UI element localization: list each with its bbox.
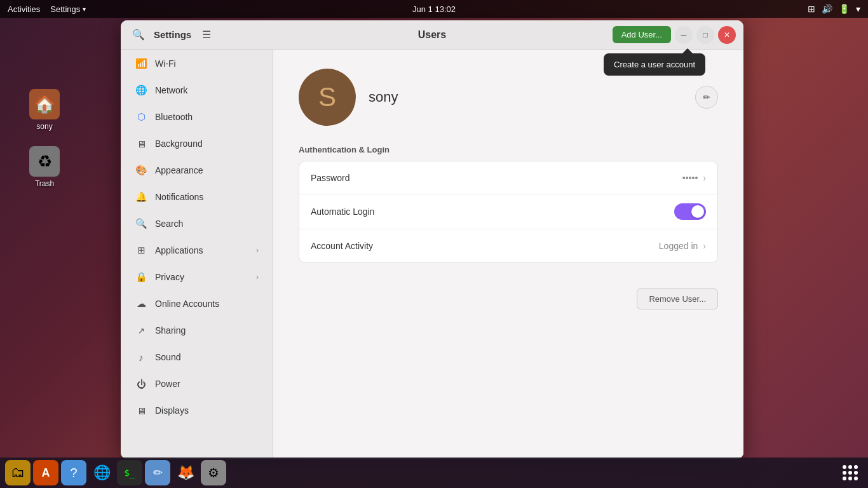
network-status-icon: ⊞ [808,4,815,14]
appearance-icon: 🎨 [135,164,147,177]
sidebar-item-label-network: Network [155,85,259,95]
sidebar-item-applications[interactable]: ⊞ Applications › [125,238,269,263]
auth-card: Password ••••• › Automatic Login Account… [299,161,718,263]
toggle-knob [691,205,704,218]
network-icon: 🌐 [135,84,147,97]
user-avatar: S [299,69,356,126]
password-arrow-icon: › [703,173,706,183]
auth-row-account-activity[interactable]: Account Activity Logged in › [299,229,717,262]
sharing-icon: ↗ [135,324,147,337]
taskbar-icon-chromium[interactable]: 🌐 [89,460,114,485]
privacy-arrow-icon: › [256,273,259,281]
sidebar-item-label-search: Search [155,219,259,229]
sidebar-item-label-notifications: Notifications [155,192,259,202]
remove-user-button[interactable]: Remove User... [637,288,718,309]
sidebar-item-label-bluetooth: Bluetooth [155,112,259,122]
window-titlebar: 🔍 Settings ☰ Users Add User... ─ □ ✕ [121,20,743,50]
topbar-settings-menu[interactable]: Settings ▾ [50,4,86,14]
sidebar-item-notifications[interactable]: 🔔 Notifications [125,184,269,210]
user-profile: S sony ✏ [299,69,718,126]
sidebar-item-online-accounts[interactable]: ☁ Online Accounts [125,291,269,316]
taskbar-icon-terminal[interactable]: $_ [117,460,142,485]
topbar: Activities Settings ▾ Jun 1 13:02 ⊞ 🔊 🔋 … [0,0,868,18]
taskbar-icon-files[interactable]: 🗂 [5,460,31,485]
main-content: S sony ✏ Authentication & Login Password… [273,50,743,459]
sidebar-item-appearance[interactable]: 🎨 Appearance [125,158,269,183]
search-button[interactable]: 🔍 [128,25,149,45]
auth-row-automatic-login: Automatic Login [299,194,717,229]
taskbar-icon-help[interactable]: ? [61,460,86,485]
sidebar-item-label-sound: Sound [155,352,259,362]
chevron-down-icon: ▾ [83,6,86,13]
terminal-icon: $_ [125,468,135,478]
edit-profile-button[interactable]: ✏ [695,86,718,109]
search-sidebar-icon: 🔍 [135,217,147,230]
sidebar-item-label-sharing: Sharing [155,325,259,336]
sidebar-item-sharing[interactable]: ↗ Sharing [125,318,269,343]
sidebar-item-search[interactable]: 🔍 Search [125,211,269,236]
taskbar-icon-appstore[interactable]: A [33,460,58,485]
password-label: Password [311,173,682,183]
sidebar-item-label-background: Background [155,139,259,149]
appstore-icon: A [42,466,50,480]
taskbar-icon-firefox[interactable]: 🦊 [173,460,198,485]
add-user-button[interactable]: Add User... [613,26,671,43]
account-activity-label: Account Activity [311,241,659,251]
remove-user-section: Remove User... [299,288,718,309]
sidebar-item-label-displays: Displays [155,405,259,416]
taskbar-icon-notes[interactable]: ✏ [145,460,170,485]
automatic-login-toggle[interactable] [674,203,706,220]
sidebar-item-label-wifi: Wi-Fi [155,58,259,69]
activities-button[interactable]: Activities [8,4,40,14]
system-menu-icon[interactable]: ▾ [856,4,860,14]
sidebar-item-background[interactable]: 🖥 Background [125,131,269,156]
desktop-icon-label-sony: sony [36,122,52,131]
window-body: 📶 Wi-Fi 🌐 Network ⬡ Bluetooth 🖥 Backgrou… [121,50,743,459]
sidebar-item-network[interactable]: 🌐 Network [125,78,269,103]
wifi-icon: 📶 [135,57,147,70]
taskbar-icon-settings[interactable]: ⚙ [201,460,226,485]
volume-icon[interactable]: 🔊 [822,4,832,14]
taskbar: 🗂 A ? 🌐 $_ ✏ 🦊 ⚙ [0,458,868,488]
user-name: sony [369,89,682,105]
sidebar-item-sound[interactable]: ♪ Sound [125,344,269,370]
hamburger-menu-button[interactable]: ☰ [196,25,217,45]
chromium-icon: 🌐 [93,464,111,481]
sidebar-item-power[interactable]: ⏻ Power [125,371,269,396]
apps-grid-icon [843,465,858,480]
window-minimize-button[interactable]: ─ [675,26,693,44]
pencil-icon: ✏ [703,92,710,102]
hamburger-icon: ☰ [202,29,211,41]
sidebar-item-bluetooth[interactable]: ⬡ Bluetooth [125,104,269,130]
account-activity-value: Logged in [659,241,698,251]
online-accounts-icon: ☁ [135,297,147,310]
settings-icon: ⚙ [208,465,219,480]
settings-window: 🔍 Settings ☰ Users Add User... ─ □ ✕ Cre… [121,20,743,459]
trash-icon: ♻ [37,152,52,172]
sidebar-item-displays[interactable]: 🖥 Displays [125,398,269,423]
desktop-icon-label-trash: Trash [35,179,54,188]
help-icon: ? [70,466,77,480]
battery-icon[interactable]: 🔋 [839,4,850,14]
account-activity-arrow-icon: › [703,241,706,251]
sidebar-item-privacy[interactable]: 🔒 Privacy › [125,264,269,290]
desktop-icon-sony[interactable]: 🏠 sony [19,89,70,131]
page-title: Users [418,29,446,40]
notifications-icon: 🔔 [135,191,147,203]
sound-icon: ♪ [135,351,147,363]
auth-row-password[interactable]: Password ••••• › [299,161,717,194]
window-maximize-button[interactable]: □ [696,26,714,44]
sidebar-item-label-online-accounts: Online Accounts [155,299,259,309]
displays-icon: 🖥 [135,404,147,417]
window-close-button[interactable]: ✕ [718,26,736,44]
sidebar-item-wifi[interactable]: 📶 Wi-Fi [125,51,269,76]
tooltip-create-user: Create a user account [604,53,705,76]
home-icon: 🏠 [34,95,55,114]
desktop-icon-trash[interactable]: ♻ Trash [19,146,70,188]
sidebar-item-label-appearance: Appearance [155,165,259,175]
apps-grid-button[interactable] [837,460,863,485]
power-icon: ⏻ [135,377,147,390]
automatic-login-label: Automatic Login [311,207,674,217]
privacy-icon: 🔒 [135,271,147,283]
auth-section-title: Authentication & Login [299,145,718,154]
